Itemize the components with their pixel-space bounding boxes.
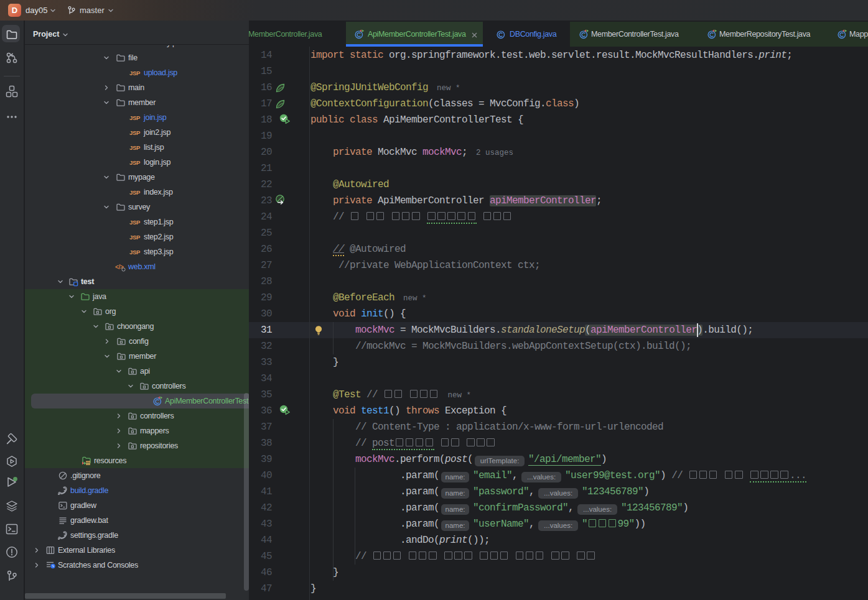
svg-text:JSP: JSP (129, 129, 141, 136)
svg-text:JSP: JSP (129, 219, 141, 226)
svg-text:JSP: JSP (129, 189, 141, 196)
svg-text:JSP: JSP (129, 144, 141, 151)
svg-text:JSP: JSP (129, 234, 141, 241)
svg-text:JSP: JSP (129, 70, 141, 76)
svg-text:JSP: JSP (129, 114, 141, 121)
svg-text:JSP: JSP (129, 159, 141, 166)
svg-text:JSP: JSP (129, 249, 141, 256)
